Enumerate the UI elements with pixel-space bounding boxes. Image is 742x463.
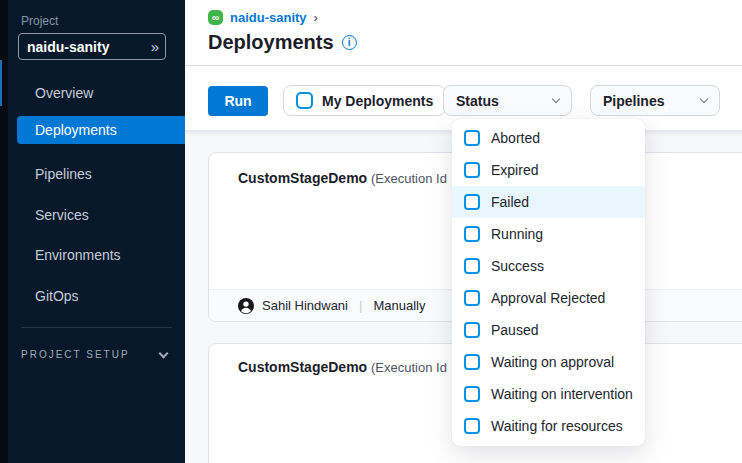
sidebar-item-overview[interactable]: Overview: [17, 79, 185, 107]
menu-item-label: Paused: [491, 322, 538, 338]
title-row: Deployments i: [208, 31, 357, 54]
pipelines-filter-label: Pipelines: [603, 93, 664, 109]
status-filter-dropdown[interactable]: Status: [443, 85, 572, 116]
user-avatar-icon: [238, 298, 254, 314]
menu-item-approval-rejected[interactable]: Approval Rejected: [452, 282, 645, 314]
menu-item-waiting-on-intervention[interactable]: Waiting on intervention: [452, 378, 645, 410]
my-deployments-checkbox[interactable]: [296, 92, 313, 109]
project-selector[interactable]: naidu-sanity »: [18, 33, 166, 60]
status-filter-menu: Aborted Expired Failed Running Success A…: [452, 119, 645, 446]
menu-item-label: Waiting on intervention: [491, 386, 633, 402]
breadcrumb-project-link[interactable]: naidu-sanity: [230, 10, 307, 25]
module-nav-strip: [0, 0, 8, 463]
checkbox[interactable]: [464, 354, 480, 370]
project-label: Project: [21, 14, 58, 28]
breadcrumb-chevron-icon: ›: [314, 10, 318, 25]
run-button[interactable]: Run: [208, 86, 268, 116]
chevron-down-icon: [159, 348, 169, 358]
project-setup-label: PROJECT SETUP: [21, 349, 130, 360]
chevron-down-icon: [700, 95, 708, 103]
cd-module-icon: ∞: [208, 10, 223, 25]
sidebar-item-deployments[interactable]: Deployments: [17, 116, 185, 144]
menu-item-label: Approval Rejected: [491, 290, 605, 306]
menu-item-label: Waiting for resources: [491, 418, 623, 434]
menu-item-label: Success: [491, 258, 544, 274]
menu-item-aborted[interactable]: Aborted: [452, 122, 645, 154]
my-deployments-label: My Deployments: [322, 93, 433, 109]
deployment-title: CustomStageDemo (Execution Id: [238, 359, 447, 375]
checkbox[interactable]: [464, 130, 480, 146]
deployment-title: CustomStageDemo (Execution Id: [238, 170, 447, 186]
checkbox[interactable]: [464, 226, 480, 242]
pipelines-filter-dropdown[interactable]: Pipelines: [590, 85, 720, 116]
my-deployments-toggle[interactable]: My Deployments: [283, 85, 446, 116]
menu-item-label: Expired: [491, 162, 538, 178]
project-sidebar: Project naidu-sanity » Overview Deployme…: [8, 0, 185, 463]
menu-item-running[interactable]: Running: [452, 218, 645, 250]
checkbox[interactable]: [464, 194, 480, 210]
sidebar-item-gitops[interactable]: GitOps: [17, 282, 185, 310]
checkbox[interactable]: [464, 290, 480, 306]
chevron-down-icon: [552, 95, 560, 103]
sidebar-item-environments[interactable]: Environments: [17, 241, 185, 269]
menu-item-label: Failed: [491, 194, 529, 210]
footer-divider: |: [356, 298, 365, 313]
checkbox[interactable]: [464, 258, 480, 274]
trigger-type: Manually: [373, 298, 425, 313]
checkbox[interactable]: [464, 162, 480, 178]
page-header: ∞ naidu-sanity › Deployments i: [185, 0, 742, 66]
menu-item-success[interactable]: Success: [452, 250, 645, 282]
module-indicator: [0, 60, 2, 106]
triggered-by-user: Sahil Hindwani: [262, 298, 348, 313]
menu-item-waiting-for-resources[interactable]: Waiting for resources: [452, 410, 645, 442]
menu-item-label: Aborted: [491, 130, 540, 146]
sidebar-item-pipelines[interactable]: Pipelines: [17, 160, 185, 188]
execution-id-note: (Execution Id: [371, 360, 447, 375]
status-filter-label: Status: [456, 93, 499, 109]
menu-item-expired[interactable]: Expired: [452, 154, 645, 186]
execution-id-note: (Execution Id: [371, 171, 447, 186]
menu-item-label: Waiting on approval: [491, 354, 614, 370]
sidebar-divider: [21, 327, 172, 328]
expand-sidebar-icon[interactable]: »: [151, 38, 157, 55]
breadcrumb: ∞ naidu-sanity ›: [208, 10, 318, 25]
pipeline-name[interactable]: CustomStageDemo: [238, 359, 367, 375]
menu-item-failed[interactable]: Failed: [452, 186, 645, 218]
checkbox[interactable]: [464, 322, 480, 338]
menu-item-paused[interactable]: Paused: [452, 314, 645, 346]
page-title: Deployments: [208, 31, 334, 54]
menu-item-label: Running: [491, 226, 543, 242]
checkbox[interactable]: [464, 386, 480, 402]
checkbox[interactable]: [464, 418, 480, 434]
menu-item-waiting-on-approval[interactable]: Waiting on approval: [452, 346, 645, 378]
project-name: naidu-sanity: [27, 39, 109, 55]
sidebar-item-project-setup[interactable]: PROJECT SETUP: [21, 349, 167, 360]
info-icon[interactable]: i: [342, 35, 357, 50]
pipeline-name[interactable]: CustomStageDemo: [238, 170, 367, 186]
sidebar-item-services[interactable]: Services: [17, 201, 185, 229]
